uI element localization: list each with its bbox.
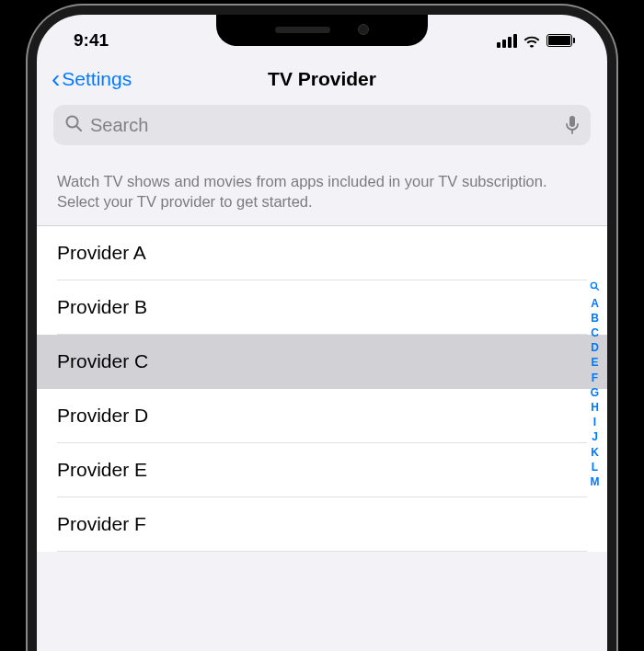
provider-name: Provider A (57, 242, 587, 280)
mic-icon[interactable] (565, 115, 580, 135)
index-letter[interactable]: L (588, 460, 602, 474)
back-button[interactable]: ‹ Settings (52, 66, 132, 92)
wifi-icon (523, 34, 541, 48)
provider-list: Provider AProvider BProvider CProvider D… (37, 226, 607, 552)
back-label: Settings (62, 68, 132, 90)
chevron-left-icon: ‹ (52, 66, 60, 92)
search-icon (64, 114, 83, 136)
provider-row[interactable]: Provider C (37, 335, 607, 389)
status-time: 9:41 (74, 30, 109, 51)
index-search-icon[interactable] (586, 281, 604, 296)
provider-row[interactable]: Provider E (37, 443, 607, 497)
index-letter[interactable]: G (587, 385, 603, 400)
navigation-bar: ‹ Settings TV Provider (37, 61, 607, 101)
provider-name: Provider E (57, 459, 587, 497)
index-letter[interactable]: E (587, 355, 602, 370)
index-letter[interactable]: H (587, 400, 603, 415)
search-input[interactable] (90, 115, 565, 136)
index-letter[interactable]: B (587, 311, 603, 326)
index-letter[interactable]: K (587, 445, 603, 460)
provider-row[interactable]: Provider D (37, 389, 607, 443)
svg-line-1 (76, 126, 81, 131)
cellular-signal-icon (497, 34, 517, 48)
index-letter[interactable]: C (587, 326, 603, 340)
section-index: ABCDEFGHIJKLM (586, 281, 604, 490)
provider-row[interactable]: Provider B (37, 280, 607, 335)
provider-row[interactable]: Provider F (37, 497, 607, 552)
index-letter[interactable]: I (590, 415, 600, 429)
provider-name: Provider C (57, 350, 587, 389)
svg-rect-2 (569, 116, 575, 127)
index-letter[interactable]: J (588, 429, 602, 444)
battery-icon (546, 34, 572, 47)
index-letter[interactable]: F (588, 371, 602, 385)
index-letter[interactable]: A (587, 296, 603, 311)
provider-name: Provider B (57, 296, 587, 335)
index-letter[interactable]: D (587, 340, 603, 355)
index-letter[interactable]: M (587, 474, 604, 489)
section-description: Watch TV shows and movies from apps incl… (37, 156, 607, 226)
search-field[interactable] (53, 105, 591, 145)
svg-line-5 (596, 287, 598, 289)
provider-name: Provider D (57, 405, 587, 443)
provider-name: Provider F (57, 513, 587, 552)
provider-row[interactable]: Provider A (37, 226, 607, 280)
